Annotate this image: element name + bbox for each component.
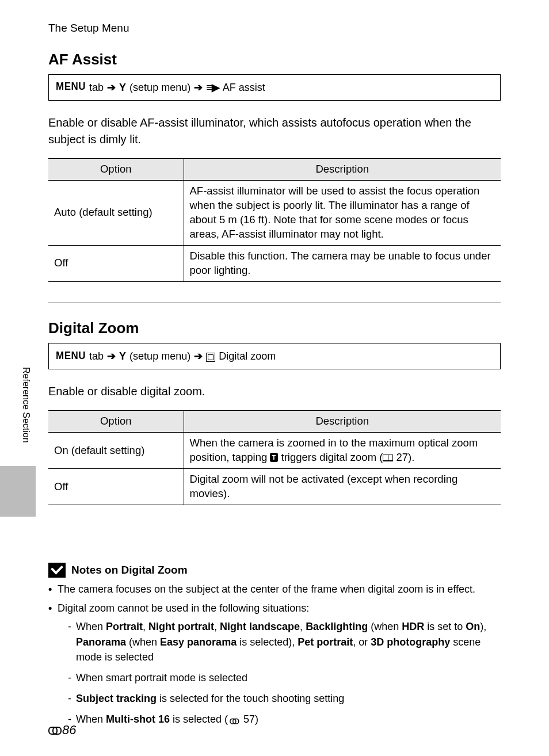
- breadcrumb-af-assist: MENU tab ➔ Y (setup menu) ➔ ≡▶ AF assist: [48, 74, 501, 101]
- setup-menu-label: (setup menu): [129, 81, 190, 94]
- table-row: Off Disable this function. The camera ma…: [48, 245, 501, 281]
- section-title-digital-zoom: Digital Zoom: [48, 318, 501, 338]
- description-cell: Disable this function. The camera may be…: [184, 245, 501, 281]
- col-description: Description: [184, 411, 501, 433]
- af-assist-intro: Enable or disable AF-assist illuminator,…: [48, 114, 501, 148]
- manual-ref-icon: [383, 455, 393, 461]
- setup-menu-label: (setup menu): [129, 349, 190, 363]
- af-assist-icon: ≡▶: [206, 81, 219, 94]
- wrench-icon: Y: [119, 349, 126, 363]
- table-row: On (default setting) When the camera is …: [48, 433, 501, 469]
- option-cell: Off: [48, 245, 184, 281]
- wrench-icon: Y: [119, 81, 126, 94]
- notes-block: Notes on Digital Zoom The camera focuses…: [48, 563, 501, 727]
- arrow-icon: ➔: [107, 349, 116, 363]
- side-tab-label: Reference Section: [20, 367, 32, 459]
- description-cell: AF-assist illuminator will be used to as…: [184, 181, 501, 246]
- digital-zoom-table: Option Description On (default setting) …: [48, 410, 501, 505]
- description-cell: Digital zoom will not be activated (exce…: [184, 469, 501, 505]
- note-subitem: When smart portrait mode is selected: [68, 670, 501, 685]
- af-assist-label: AF assist: [223, 81, 265, 94]
- digital-zoom-intro: Enable or disable digital zoom.: [48, 383, 501, 400]
- digital-zoom-label: Digital zoom: [219, 349, 276, 363]
- col-option: Option: [48, 159, 184, 181]
- tab-label: tab: [89, 81, 104, 94]
- side-tab-marker: [0, 466, 36, 517]
- description-cell: When the camera is zoomed in to the maxi…: [184, 433, 501, 469]
- option-cell: On (default setting): [48, 433, 184, 469]
- telephoto-key-icon: [270, 453, 278, 462]
- af-assist-table: Option Description Auto (default setting…: [48, 158, 501, 282]
- menu-label: MENU: [56, 349, 86, 363]
- note-subitem: Subject tracking is selected for the tou…: [68, 691, 501, 706]
- col-description: Description: [184, 159, 501, 181]
- arrow-icon: ➔: [194, 349, 203, 363]
- reference-link-icon: [48, 726, 61, 734]
- note-subitem: When Multi-shot 16 is selected ( 57): [68, 712, 501, 727]
- menu-label: MENU: [56, 80, 86, 94]
- section-title-af-assist: AF Assist: [48, 49, 501, 70]
- table-row: Auto (default setting) AF-assist illumin…: [48, 181, 501, 246]
- arrow-icon: ➔: [107, 81, 116, 94]
- tab-label: tab: [89, 349, 104, 363]
- note-item: The camera focuses on the subject at the…: [48, 582, 501, 597]
- link-ref-icon: [230, 718, 238, 724]
- option-cell: Auto (default setting): [48, 181, 184, 246]
- notes-title: Notes on Digital Zoom: [71, 563, 188, 578]
- note-subitem: When Portrait, Night portrait, Night lan…: [68, 619, 501, 664]
- col-option: Option: [48, 411, 184, 433]
- table-row: Off Digital zoom will not be activated (…: [48, 469, 501, 505]
- note-item: Digital zoom cannot be used in the follo…: [48, 601, 501, 727]
- option-cell: Off: [48, 469, 184, 505]
- section-divider: [48, 303, 501, 303]
- check-icon: [48, 563, 66, 578]
- running-head: The Setup Menu: [48, 21, 501, 36]
- breadcrumb-digital-zoom: MENU tab ➔ Y (setup menu) ➔ Digital zoom: [48, 343, 501, 369]
- digital-zoom-icon: [206, 353, 215, 362]
- page-number: 86: [48, 721, 76, 739]
- arrow-icon: ➔: [194, 81, 203, 94]
